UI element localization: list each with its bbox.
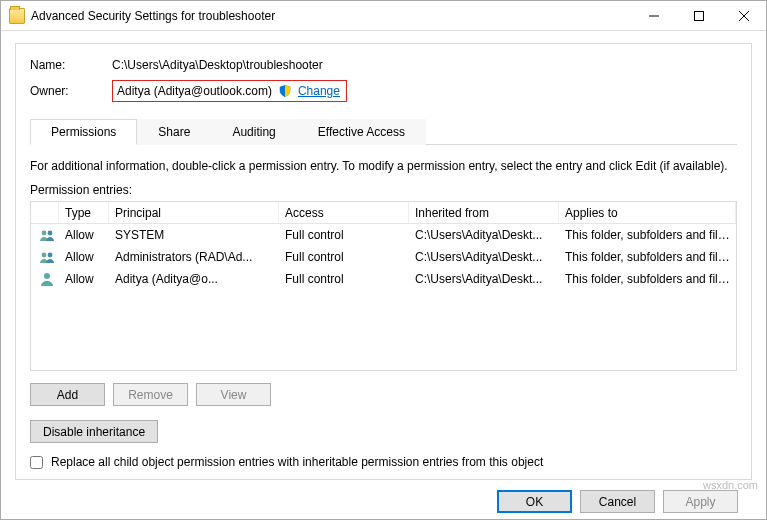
svg-point-6 xyxy=(42,253,47,258)
permission-grid[interactable]: Type Principal Access Inherited from App… xyxy=(30,201,737,371)
minimize-button[interactable] xyxy=(631,1,676,30)
cell-access: Full control xyxy=(279,250,409,264)
add-button[interactable]: Add xyxy=(30,383,105,406)
info-text: For additional information, double-click… xyxy=(30,159,737,173)
svg-point-5 xyxy=(48,231,53,236)
cell-principal: SYSTEM xyxy=(109,228,279,242)
col-access[interactable]: Access xyxy=(279,202,409,223)
close-button[interactable] xyxy=(721,1,766,30)
remove-button[interactable]: Remove xyxy=(113,383,188,406)
cell-type: Allow xyxy=(59,228,109,242)
entries-label: Permission entries: xyxy=(30,183,737,197)
owner-label: Owner: xyxy=(30,84,112,98)
replace-children-row: Replace all child object permission entr… xyxy=(30,455,737,469)
table-row[interactable]: AllowAditya (Aditya@o...Full controlC:\U… xyxy=(31,268,736,290)
watermark: wsxdn.com xyxy=(703,479,758,491)
tab-auditing[interactable]: Auditing xyxy=(211,119,296,145)
window: Advanced Security Settings for troublesh… xyxy=(0,0,767,520)
maximize-button[interactable] xyxy=(676,1,721,30)
main-panel: Name: C:\Users\Aditya\Desktop\troublesho… xyxy=(15,43,752,480)
person-icon xyxy=(35,271,59,287)
window-title: Advanced Security Settings for troublesh… xyxy=(31,9,631,23)
owner-row: Owner: Aditya (Aditya@outlook.com) Chang… xyxy=(30,80,737,102)
change-owner-link[interactable]: Change xyxy=(298,84,340,98)
replace-children-checkbox[interactable] xyxy=(30,456,43,469)
col-applies[interactable]: Applies to xyxy=(559,202,736,223)
tabs: Permissions Share Auditing Effective Acc… xyxy=(30,118,737,145)
svg-rect-1 xyxy=(694,11,703,20)
name-value: C:\Users\Aditya\Desktop\troubleshooter xyxy=(112,58,323,72)
cell-principal: Administrators (RAD\Ad... xyxy=(109,250,279,264)
name-row: Name: C:\Users\Aditya\Desktop\troublesho… xyxy=(30,58,737,72)
grid-header: Type Principal Access Inherited from App… xyxy=(31,202,736,224)
group-icon xyxy=(35,249,59,265)
cell-principal: Aditya (Aditya@o... xyxy=(109,272,279,286)
disable-inheritance-row: Disable inheritance xyxy=(30,420,737,443)
name-label: Name: xyxy=(30,58,112,72)
table-row[interactable]: AllowSYSTEMFull controlC:\Users\Aditya\D… xyxy=(31,224,736,246)
cell-applies: This folder, subfolders and files xyxy=(559,250,736,264)
ok-button[interactable]: OK xyxy=(497,490,572,513)
cell-access: Full control xyxy=(279,228,409,242)
col-principal[interactable]: Principal xyxy=(109,202,279,223)
entry-buttons: Add Remove View xyxy=(30,383,737,406)
tab-effective-access[interactable]: Effective Access xyxy=(297,119,426,145)
titlebar: Advanced Security Settings for troublesh… xyxy=(1,1,766,31)
owner-box: Aditya (Aditya@outlook.com) Change xyxy=(112,80,347,102)
disable-inheritance-button[interactable]: Disable inheritance xyxy=(30,420,158,443)
cell-type: Allow xyxy=(59,250,109,264)
cell-type: Allow xyxy=(59,272,109,286)
cell-inherited: C:\Users\Aditya\Deskt... xyxy=(409,250,559,264)
folder-icon xyxy=(9,8,25,24)
col-inherited[interactable]: Inherited from xyxy=(409,202,559,223)
content-area: Name: C:\Users\Aditya\Desktop\troublesho… xyxy=(1,31,766,520)
col-type[interactable]: Type xyxy=(59,202,109,223)
cell-access: Full control xyxy=(279,272,409,286)
svg-point-8 xyxy=(44,273,50,279)
cell-applies: This folder, subfolders and files xyxy=(559,272,736,286)
cell-applies: This folder, subfolders and files xyxy=(559,228,736,242)
cell-inherited: C:\Users\Aditya\Deskt... xyxy=(409,272,559,286)
group-icon xyxy=(35,227,59,243)
cell-inherited: C:\Users\Aditya\Deskt... xyxy=(409,228,559,242)
dialog-footer: OK Cancel Apply xyxy=(15,480,752,517)
tab-permissions[interactable]: Permissions xyxy=(30,119,137,145)
cancel-button[interactable]: Cancel xyxy=(580,490,655,513)
tab-share[interactable]: Share xyxy=(137,119,211,145)
shield-icon xyxy=(278,84,292,98)
svg-point-4 xyxy=(42,231,47,236)
svg-point-7 xyxy=(48,253,53,258)
table-row[interactable]: AllowAdministrators (RAD\Ad...Full contr… xyxy=(31,246,736,268)
apply-button[interactable]: Apply xyxy=(663,490,738,513)
replace-children-label: Replace all child object permission entr… xyxy=(51,455,543,469)
owner-value: Aditya (Aditya@outlook.com) xyxy=(117,84,272,98)
view-button[interactable]: View xyxy=(196,383,271,406)
